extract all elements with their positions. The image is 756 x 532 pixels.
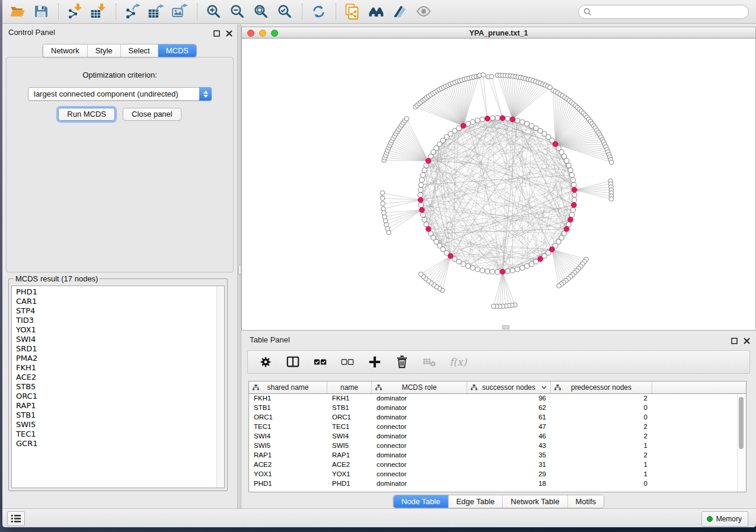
table-row[interactable]: RAP1RAP1dominator352 xyxy=(249,451,746,460)
close-panel-button[interactable]: Close panel xyxy=(123,108,181,121)
tab-mcds[interactable]: MCDS xyxy=(158,44,196,57)
table-row[interactable]: STB1STB1dominator620 xyxy=(249,403,746,413)
table-row[interactable]: TEC1TEC1connector472 xyxy=(249,422,746,432)
mcds-result-item[interactable]: PMA2 xyxy=(16,354,224,363)
mcds-result-item[interactable]: STP4 xyxy=(16,306,224,316)
table-toolbar: f(x) xyxy=(247,350,750,374)
table-header-row: shared namenameMCDS rolesuccessor nodesp… xyxy=(249,382,746,394)
mcds-list-scrollbar[interactable] xyxy=(216,286,224,488)
column-header-mcds-role[interactable]: MCDS role xyxy=(372,382,467,393)
split-panel-button[interactable] xyxy=(286,355,300,369)
table-settings-icon xyxy=(259,355,273,369)
table-cell: 2 xyxy=(551,422,652,432)
table-cell: SWI4 xyxy=(327,432,372,441)
mcds-result-item[interactable]: YOX1 xyxy=(16,325,224,335)
table-row[interactable]: SWI4SWI4dominator462 xyxy=(249,432,746,441)
table-row[interactable]: ORC1ORC1dominator610 xyxy=(249,413,746,422)
save-session-button[interactable] xyxy=(31,2,51,22)
network-overview-button[interactable] xyxy=(366,2,386,22)
apply-preferred-layout-button[interactable] xyxy=(308,2,328,22)
deselect-all-button[interactable] xyxy=(340,355,355,369)
add-column-button[interactable] xyxy=(368,355,382,369)
zoom-fit-button[interactable] xyxy=(251,2,271,22)
optimization-criterion-select[interactable]: largest connected component (undirected) xyxy=(28,87,212,101)
zoom-selected-button[interactable] xyxy=(275,2,295,22)
zoom-in-button[interactable] xyxy=(203,2,224,22)
column-header-predecessor-nodes[interactable]: predecessor nodes xyxy=(551,382,652,393)
open-file-button[interactable] xyxy=(7,2,27,22)
mcds-result-item[interactable]: GCR1 xyxy=(16,439,224,448)
panel-splitter-vertical[interactable] xyxy=(237,24,241,508)
network-overview-icon xyxy=(368,4,384,20)
table-cell: connector xyxy=(372,441,467,451)
table-cell: 2 xyxy=(551,394,652,403)
select-all-button[interactable] xyxy=(313,355,327,369)
export-network-button[interactable] xyxy=(122,2,142,22)
import-network-button[interactable] xyxy=(65,2,85,22)
control-panel-title: Control Panel xyxy=(8,28,55,37)
mcds-result-item[interactable]: TEC1 xyxy=(16,430,224,439)
network-column-icon xyxy=(554,384,561,390)
table-row[interactable]: FKH1FKH1dominator962 xyxy=(249,394,746,403)
export-table-button[interactable] xyxy=(146,2,166,22)
tab-network[interactable]: Network xyxy=(43,44,88,57)
table-tab-node-table[interactable]: Node Table xyxy=(394,495,449,508)
memory-button[interactable]: Memory xyxy=(701,511,748,527)
table-tab-motifs[interactable]: Motifs xyxy=(567,495,604,508)
table-cell: YOX1 xyxy=(249,470,327,479)
search-input[interactable] xyxy=(578,5,749,19)
table-row[interactable]: YOX1YOX1connector291 xyxy=(249,470,746,479)
table-cell: 2 xyxy=(551,451,652,460)
mcds-result-item[interactable]: TID3 xyxy=(16,316,224,325)
mcds-result-item[interactable]: ACE2 xyxy=(16,373,224,382)
zoom-out-button[interactable] xyxy=(227,2,247,22)
close-table-panel-icon[interactable] xyxy=(744,336,750,347)
mcds-result-item[interactable]: STB1 xyxy=(16,411,224,420)
table-scrollbar[interactable] xyxy=(737,394,745,492)
column-header-successor-nodes[interactable]: successor nodes xyxy=(467,382,551,393)
share-document-button[interactable] xyxy=(342,2,362,22)
table-cell: 1 xyxy=(551,460,652,470)
mcds-result-item[interactable]: CAR1 xyxy=(16,297,224,306)
mcds-result-item[interactable]: ORC1 xyxy=(16,392,224,401)
table-settings-button[interactable] xyxy=(259,355,273,369)
mcds-result-item[interactable]: STB5 xyxy=(16,382,224,392)
mcds-result-item[interactable]: FKH1 xyxy=(16,363,224,373)
mcds-result-item[interactable]: SRD1 xyxy=(16,344,224,354)
mcds-result-item[interactable]: SWI4 xyxy=(16,335,224,344)
show-graphics-details-button[interactable] xyxy=(413,2,433,22)
table-cell: 61 xyxy=(467,413,551,422)
mcds-result-item[interactable]: PHD1 xyxy=(16,287,224,297)
float-panel-icon[interactable] xyxy=(213,28,220,39)
table-row[interactable]: PHD1PHD1dominator180 xyxy=(249,479,746,489)
table-row[interactable]: ACE2ACE2connector311 xyxy=(249,460,746,470)
table-row[interactable]: SWI5SWI5connector431 xyxy=(249,441,746,451)
mcds-result-item[interactable]: RAP1 xyxy=(16,401,224,411)
column-header-name[interactable]: name xyxy=(327,382,372,393)
delete-columns-button[interactable] xyxy=(395,355,409,369)
table-panel-title: Table Panel xyxy=(250,335,290,344)
tab-select[interactable]: Select xyxy=(121,44,158,57)
horizontal-splitter-handle[interactable] xyxy=(502,325,509,329)
table-scrollbar-thumb[interactable] xyxy=(739,397,744,449)
tab-style[interactable]: Style xyxy=(88,44,121,57)
control-panel: Control Panel NetworkStyleSelectMCDS Opt… xyxy=(2,24,237,508)
table-cell: SWI4 xyxy=(249,432,327,441)
mcds-result-item[interactable]: SWI5 xyxy=(16,420,224,430)
mcds-result-list[interactable]: PHD1CAR1STP4TID3YOX1SWI4SRD1PMA2FKH1ACE2… xyxy=(11,286,225,488)
import-table-button[interactable] xyxy=(88,2,109,22)
table-tab-edge-table[interactable]: Edge Table xyxy=(448,495,503,508)
hide-graphics-details-button[interactable] xyxy=(390,2,410,22)
table-cell: ACE2 xyxy=(327,460,372,470)
network-canvas[interactable] xyxy=(241,39,756,331)
show-panels-menu-button[interactable] xyxy=(7,511,25,526)
export-image-button[interactable] xyxy=(170,2,190,22)
table-cell: FKH1 xyxy=(249,394,327,403)
run-mcds-button[interactable]: Run MCDS xyxy=(58,108,115,121)
float-table-panel-icon[interactable] xyxy=(731,336,738,347)
column-header-shared-name[interactable]: shared name xyxy=(249,382,327,393)
mcds-tab-content: Optimization criterion: largest connecte… xyxy=(6,57,234,273)
network-titlebar[interactable]: YPA_prune.txt_1 xyxy=(241,27,756,39)
close-panel-icon[interactable] xyxy=(226,28,232,39)
table-tab-network-table[interactable]: Network Table xyxy=(503,495,567,508)
